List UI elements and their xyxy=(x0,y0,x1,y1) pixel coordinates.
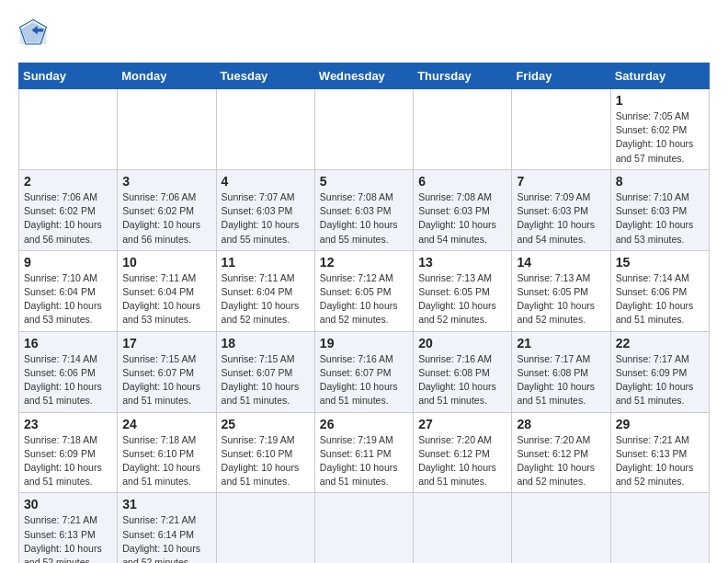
cell-info: Sunrise: 7:11 AMSunset: 6:04 PMDaylight:… xyxy=(222,271,310,327)
day-number: 20 xyxy=(418,336,506,350)
calendar-cell: 15Sunrise: 7:14 AMSunset: 6:06 PMDayligh… xyxy=(610,250,709,331)
cell-info: Sunrise: 7:07 AMSunset: 6:03 PMDaylight:… xyxy=(222,190,310,247)
calendar-cell xyxy=(512,89,610,170)
calendar-cell xyxy=(414,493,512,563)
calendar-cell: 9Sunrise: 7:10 AMSunset: 6:04 PMDaylight… xyxy=(19,250,118,331)
calendar-header-wednesday: Wednesday xyxy=(314,63,413,89)
day-number: 8 xyxy=(616,174,704,189)
calendar-cell: 8Sunrise: 7:10 AMSunset: 6:03 PMDaylight… xyxy=(610,169,709,250)
calendar-week-1: 2Sunrise: 7:06 AMSunset: 6:02 PMDaylight… xyxy=(19,169,710,250)
cell-info: Sunrise: 7:15 AMSunset: 6:07 PMDaylight:… xyxy=(222,352,310,408)
calendar-table: SundayMondayTuesdayWednesdayThursdayFrid… xyxy=(18,63,710,563)
day-number: 9 xyxy=(24,255,112,270)
cell-info: Sunrise: 7:12 AMSunset: 6:05 PMDaylight:… xyxy=(320,271,408,327)
day-number: 16 xyxy=(24,336,112,350)
calendar-cell xyxy=(314,493,413,563)
cell-info: Sunrise: 7:20 AMSunset: 6:12 PMDaylight:… xyxy=(517,433,605,489)
cell-info: Sunrise: 7:09 AMSunset: 6:03 PMDaylight:… xyxy=(517,190,605,247)
cell-info: Sunrise: 7:21 AMSunset: 6:14 PMDaylight:… xyxy=(122,513,210,563)
day-number: 25 xyxy=(222,417,310,431)
cell-info: Sunrise: 7:21 AMSunset: 6:13 PMDaylight:… xyxy=(616,433,704,489)
calendar-cell: 20Sunrise: 7:16 AMSunset: 6:08 PMDayligh… xyxy=(414,331,512,412)
cell-info: Sunrise: 7:08 AMSunset: 6:03 PMDaylight:… xyxy=(320,190,408,247)
calendar-cell xyxy=(216,493,314,563)
day-number: 7 xyxy=(517,174,605,189)
day-number: 23 xyxy=(24,417,112,431)
cell-info: Sunrise: 7:17 AMSunset: 6:09 PMDaylight:… xyxy=(616,352,704,408)
calendar-week-2: 9Sunrise: 7:10 AMSunset: 6:04 PMDaylight… xyxy=(19,250,710,331)
calendar-cell: 13Sunrise: 7:13 AMSunset: 6:05 PMDayligh… xyxy=(414,250,512,331)
calendar-header-friday: Friday xyxy=(512,63,610,89)
calendar-cell: 25Sunrise: 7:19 AMSunset: 6:10 PMDayligh… xyxy=(216,412,314,493)
day-number: 22 xyxy=(616,336,704,350)
cell-info: Sunrise: 7:11 AMSunset: 6:04 PMDaylight:… xyxy=(122,271,210,327)
calendar-header-saturday: Saturday xyxy=(610,63,709,89)
day-number: 3 xyxy=(122,174,210,189)
calendar-cell xyxy=(216,89,314,170)
day-number: 27 xyxy=(418,417,506,431)
cell-info: Sunrise: 7:05 AMSunset: 6:02 PMDaylight:… xyxy=(616,109,704,166)
calendar-cell xyxy=(512,493,610,563)
day-number: 18 xyxy=(222,336,310,350)
day-number: 12 xyxy=(320,255,408,270)
cell-info: Sunrise: 7:20 AMSunset: 6:12 PMDaylight:… xyxy=(418,433,506,489)
calendar-cell: 18Sunrise: 7:15 AMSunset: 6:07 PMDayligh… xyxy=(216,331,314,412)
calendar-cell: 2Sunrise: 7:06 AMSunset: 6:02 PMDaylight… xyxy=(19,169,118,250)
day-number: 5 xyxy=(320,174,408,189)
calendar-header-sunday: Sunday xyxy=(19,63,118,89)
day-number: 4 xyxy=(222,174,310,189)
cell-info: Sunrise: 7:06 AMSunset: 6:02 PMDaylight:… xyxy=(122,190,210,247)
calendar-cell xyxy=(314,89,413,170)
calendar-cell: 1Sunrise: 7:05 AMSunset: 6:02 PMDaylight… xyxy=(610,89,709,170)
calendar-cell: 31Sunrise: 7:21 AMSunset: 6:14 PMDayligh… xyxy=(118,493,216,563)
calendar-cell: 11Sunrise: 7:11 AMSunset: 6:04 PMDayligh… xyxy=(216,250,314,331)
calendar-header-thursday: Thursday xyxy=(414,63,512,89)
cell-info: Sunrise: 7:21 AMSunset: 6:13 PMDaylight:… xyxy=(24,513,112,563)
calendar-cell: 14Sunrise: 7:13 AMSunset: 6:05 PMDayligh… xyxy=(512,250,610,331)
calendar-cell: 22Sunrise: 7:17 AMSunset: 6:09 PMDayligh… xyxy=(610,331,709,412)
cell-info: Sunrise: 7:16 AMSunset: 6:07 PMDaylight:… xyxy=(320,352,408,408)
calendar-cell: 4Sunrise: 7:07 AMSunset: 6:03 PMDaylight… xyxy=(216,169,314,250)
calendar-cell xyxy=(414,89,512,170)
calendar-cell: 27Sunrise: 7:20 AMSunset: 6:12 PMDayligh… xyxy=(414,412,512,493)
calendar-cell: 16Sunrise: 7:14 AMSunset: 6:06 PMDayligh… xyxy=(19,331,118,412)
cell-info: Sunrise: 7:14 AMSunset: 6:06 PMDaylight:… xyxy=(616,271,704,327)
day-number: 21 xyxy=(517,336,605,350)
cell-info: Sunrise: 7:08 AMSunset: 6:03 PMDaylight:… xyxy=(418,190,506,247)
calendar-cell: 24Sunrise: 7:18 AMSunset: 6:10 PMDayligh… xyxy=(118,412,216,493)
day-number: 14 xyxy=(517,255,605,270)
calendar-cell: 23Sunrise: 7:18 AMSunset: 6:09 PMDayligh… xyxy=(19,412,118,493)
calendar-cell: 10Sunrise: 7:11 AMSunset: 6:04 PMDayligh… xyxy=(118,250,216,331)
day-number: 13 xyxy=(418,255,506,270)
day-number: 19 xyxy=(320,336,408,350)
day-number: 28 xyxy=(517,417,605,431)
cell-info: Sunrise: 7:15 AMSunset: 6:07 PMDaylight:… xyxy=(122,352,210,408)
calendar-header-tuesday: Tuesday xyxy=(216,63,314,89)
cell-info: Sunrise: 7:19 AMSunset: 6:11 PMDaylight:… xyxy=(320,433,408,489)
day-number: 26 xyxy=(320,417,408,431)
day-number: 11 xyxy=(222,255,310,270)
calendar-week-5: 30Sunrise: 7:21 AMSunset: 6:13 PMDayligh… xyxy=(19,493,710,563)
day-number: 30 xyxy=(24,497,112,511)
calendar-cell: 3Sunrise: 7:06 AMSunset: 6:02 PMDaylight… xyxy=(118,169,216,250)
day-number: 15 xyxy=(616,255,704,270)
calendar-week-4: 23Sunrise: 7:18 AMSunset: 6:09 PMDayligh… xyxy=(19,412,710,493)
day-number: 1 xyxy=(616,93,704,108)
cell-info: Sunrise: 7:13 AMSunset: 6:05 PMDaylight:… xyxy=(517,271,605,327)
day-number: 2 xyxy=(24,174,112,189)
calendar-cell: 28Sunrise: 7:20 AMSunset: 6:12 PMDayligh… xyxy=(512,412,610,493)
calendar-cell: 21Sunrise: 7:17 AMSunset: 6:08 PMDayligh… xyxy=(512,331,610,412)
day-number: 24 xyxy=(122,417,210,431)
cell-info: Sunrise: 7:18 AMSunset: 6:09 PMDaylight:… xyxy=(24,433,112,489)
calendar-cell: 29Sunrise: 7:21 AMSunset: 6:13 PMDayligh… xyxy=(610,412,709,493)
calendar-cell: 7Sunrise: 7:09 AMSunset: 6:03 PMDaylight… xyxy=(512,169,610,250)
calendar-cell xyxy=(19,89,118,170)
calendar-week-0: 1Sunrise: 7:05 AMSunset: 6:02 PMDaylight… xyxy=(19,89,710,170)
logo-icon xyxy=(18,18,48,48)
cell-info: Sunrise: 7:10 AMSunset: 6:03 PMDaylight:… xyxy=(616,190,704,247)
calendar-cell: 19Sunrise: 7:16 AMSunset: 6:07 PMDayligh… xyxy=(314,331,413,412)
cell-info: Sunrise: 7:18 AMSunset: 6:10 PMDaylight:… xyxy=(122,433,210,489)
cell-info: Sunrise: 7:13 AMSunset: 6:05 PMDaylight:… xyxy=(418,271,506,327)
calendar-week-3: 16Sunrise: 7:14 AMSunset: 6:06 PMDayligh… xyxy=(19,331,710,412)
day-number: 31 xyxy=(122,497,210,511)
